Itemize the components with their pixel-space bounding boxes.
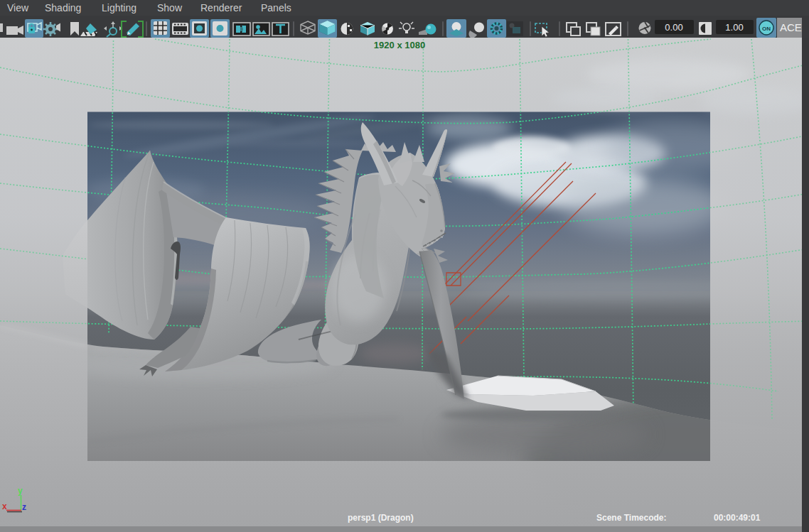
svg-text:1920 x 1080: 1920 x 1080 — [374, 40, 425, 50]
svg-text:0.00: 0.00 — [665, 22, 682, 33]
svg-text:ON: ON — [762, 26, 771, 32]
svg-text:1.00: 1.00 — [725, 22, 743, 33]
svg-text:y: y — [18, 486, 23, 496]
svg-text:z: z — [22, 502, 26, 512]
svg-text:x: x — [2, 501, 7, 511]
